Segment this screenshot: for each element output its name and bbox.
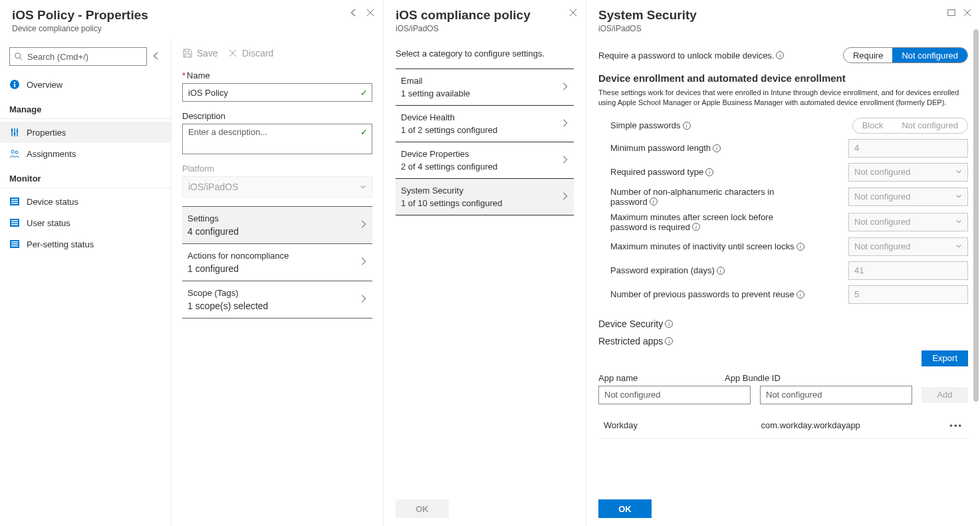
chevron-right-icon (562, 192, 568, 203)
toggle-require[interactable]: Require (844, 48, 893, 63)
block-value: 1 scope(s) selected (187, 301, 268, 311)
nav-device-status[interactable]: Device status (0, 191, 171, 212)
app-name-input[interactable]: Not configured (598, 386, 751, 404)
svg-point-11 (11, 150, 14, 153)
export-button[interactable]: Export (921, 350, 968, 366)
svg-point-10 (17, 130, 19, 132)
nav-per-setting-status[interactable]: Per-setting status (0, 233, 171, 255)
min-length-input: 4 (848, 139, 968, 158)
svg-rect-23 (11, 243, 18, 245)
cat-label: Email (401, 76, 470, 86)
info-icon[interactable]: i (692, 223, 700, 231)
app-row-name: Workday (604, 420, 761, 430)
search-icon (14, 52, 23, 61)
scrollbar[interactable] (973, 29, 979, 497)
svg-rect-25 (948, 10, 955, 16)
require-password-toggle[interactable]: Require Not configured (843, 47, 968, 63)
save-button[interactable]: Save (182, 48, 218, 59)
app-row-bundle: com.workday.workdayapp (761, 420, 950, 430)
nav-properties[interactable]: Properties (0, 122, 171, 143)
platform-select: iOS/iPadOS (182, 176, 372, 197)
panel3-subtitle: iOS/iPadOS (598, 24, 968, 33)
panel2-ok-button[interactable]: OK (396, 499, 449, 518)
desc-input[interactable]: Enter a description... ✓ (182, 124, 372, 154)
max-min-inact-select: Not configured (848, 237, 968, 256)
block-settings[interactable]: Settings 4 configured (182, 206, 372, 244)
search-input[interactable]: Search (Cmd+/) (9, 47, 147, 66)
cat-device-properties[interactable]: Device Properties2 of 4 settings configu… (396, 142, 574, 179)
req-type-label: Required password typei (610, 167, 840, 177)
name-value: iOS Policy (188, 88, 228, 98)
info-icon[interactable]: i (683, 122, 691, 130)
max-min-inact-label: Maximum minutes of inactivity until scre… (610, 241, 840, 251)
nav-device-status-label: Device status (27, 197, 78, 207)
list-icon (9, 239, 20, 249)
discard-label: Discard (242, 48, 273, 59)
close-icon[interactable] (568, 8, 578, 17)
list-icon (9, 196, 20, 207)
max-min-lock-select: Not configured (848, 213, 968, 231)
toggle-not-configured: Not configured (892, 118, 967, 133)
nonalpha-select: Not configured (848, 188, 968, 206)
scrollbar-thumb[interactable] (973, 29, 979, 402)
panel3-ok-button[interactable]: OK (598, 499, 652, 518)
svg-rect-15 (11, 201, 18, 202)
require-password-label: Require a password to unlock mobile devi… (598, 51, 835, 61)
more-icon[interactable]: ••• (949, 420, 963, 430)
chevron-right-icon (562, 155, 568, 166)
info-icon[interactable]: i (665, 337, 673, 345)
cat-system-security[interactable]: System Security1 of 10 settings configur… (396, 178, 574, 215)
chevron-right-icon (360, 294, 367, 305)
cat-value: 2 of 4 settings configured (401, 162, 497, 172)
cat-device-health[interactable]: Device Health1 of 2 settings configured (396, 105, 574, 142)
info-icon[interactable]: i (796, 291, 804, 299)
info-icon[interactable]: i (650, 197, 658, 205)
svg-rect-24 (11, 245, 18, 247)
cat-value: 1 setting available (401, 88, 470, 98)
info-icon[interactable]: i (717, 267, 725, 275)
nonalpha-label: Number of non-alphanumeric characters in… (610, 187, 840, 207)
panel1-subtitle: Device compliance policy (12, 24, 371, 33)
cat-email[interactable]: Email1 setting available (396, 68, 574, 106)
add-button[interactable]: Add (921, 387, 968, 403)
max-min-lock-label: Maximum minutes after screen lock before… (610, 212, 840, 232)
discard-button[interactable]: Discard (227, 48, 273, 59)
collapse-icon[interactable] (350, 8, 359, 17)
check-icon: ✓ (360, 88, 368, 98)
panel3-body: Require a password to unlock mobile devi… (586, 39, 980, 491)
nav-assignments[interactable]: Assignments (0, 143, 171, 164)
nav-overview[interactable]: Overview (0, 74, 171, 95)
info-icon[interactable]: i (776, 51, 784, 59)
info-icon[interactable]: i (705, 168, 713, 176)
close-icon[interactable] (963, 8, 972, 17)
name-input[interactable]: iOS Policy ✓ (182, 83, 372, 102)
chevron-right-icon (360, 219, 367, 231)
block-scope[interactable]: Scope (Tags) 1 scope(s) selected (182, 281, 372, 319)
nav-user-status[interactable]: User status (0, 212, 171, 233)
toggle-block: Block (853, 118, 893, 133)
nav-heading-manage: Manage (0, 95, 171, 119)
block-value: 4 configured (187, 226, 239, 237)
bundle-id-header: App Bundle ID (725, 373, 842, 383)
platform-label: Platform (182, 164, 372, 174)
svg-rect-16 (11, 203, 18, 204)
info-icon[interactable]: i (713, 144, 721, 152)
panel2-hint: Select a category to configure settings. (396, 49, 574, 59)
svg-point-8 (11, 130, 13, 132)
panel3-header: System Security iOS/iPadOS (586, 0, 980, 39)
restricted-apps-heading: Restricted appsi (598, 336, 968, 346)
maximize-icon[interactable] (947, 8, 956, 17)
chevron-down-icon (955, 192, 962, 201)
chevron-down-icon (955, 217, 962, 227)
info-icon[interactable]: i (665, 320, 673, 328)
panel1-header: iOS Policy - Properties Device complianc… (0, 0, 383, 39)
bundle-id-input[interactable]: Not configured (760, 386, 912, 404)
toggle-not-configured[interactable]: Not configured (892, 48, 967, 63)
list-icon (9, 217, 20, 228)
info-icon[interactable]: i (796, 243, 804, 251)
sidebar-collapse-icon[interactable] (152, 51, 162, 63)
block-noncompliance[interactable]: Actions for noncompliance 1 configured (182, 243, 372, 281)
nav-user-status-label: User status (27, 218, 70, 228)
close-icon[interactable] (366, 8, 375, 17)
block-label: Settings (187, 213, 239, 223)
